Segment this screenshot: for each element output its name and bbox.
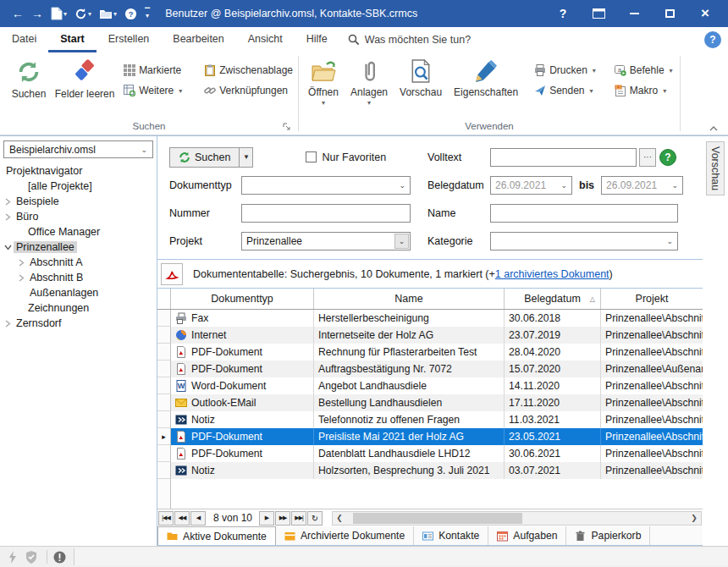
next-record-button[interactable]: ▶ (259, 511, 274, 526)
new-document-icon[interactable]: ▾ (47, 3, 70, 24)
table-row[interactable]: Outlook-EMail Bestellung Landhausdielen … (157, 394, 703, 411)
column-header-name[interactable]: Name (314, 289, 505, 309)
felder-leeren-button[interactable]: Felder leeren (51, 58, 119, 102)
vorschau-button[interactable]: Vorschau (394, 58, 448, 100)
pin-window-icon[interactable] (581, 2, 616, 25)
archived-documents-link[interactable]: 1 archiviertes Dokument (495, 268, 609, 280)
anlagen-dropdown-icon[interactable]: ▾ (367, 99, 371, 107)
more-options-button[interactable]: ··· (639, 148, 656, 167)
suchen-dropdown-icon[interactable]: ▼ (239, 148, 252, 167)
tree-item-abschnitt-a[interactable]: Abschnitt A (0, 255, 157, 270)
tab-datei[interactable]: Datei (0, 27, 48, 52)
volltext-input[interactable] (490, 148, 637, 167)
befehle-button[interactable]: a Befehle ▾ (615, 64, 673, 76)
table-row[interactable]: PDF-Dokument Auftragsbestätigung Nr. 707… (157, 361, 703, 377)
column-header-belegdatum[interactable]: Belegdatum△ (505, 289, 601, 309)
tree-item-beispiele[interactable]: Beispiele (0, 194, 157, 209)
maximize-icon[interactable] (652, 2, 687, 25)
weitere-button[interactable]: Weitere ▾ (124, 85, 182, 96)
next-page-button[interactable]: ▶▶ (275, 511, 290, 526)
chevron-right-icon[interactable] (2, 320, 14, 328)
tree-item-office-manager[interactable]: Office Manager (0, 224, 157, 239)
table-row[interactable]: WWord-Dokument Angebot Landhausdiele 14.… (157, 377, 703, 394)
minimize-icon[interactable] (616, 2, 652, 25)
chevron-right-icon[interactable] (2, 198, 14, 206)
suchen-search-button[interactable]: Suchen ▼ (169, 147, 253, 168)
open-icon[interactable]: ▾ (96, 3, 120, 24)
scrollbar-thumb[interactable] (353, 513, 522, 524)
nummer-input[interactable] (241, 204, 411, 223)
prior-record-button[interactable]: ◀ (190, 511, 206, 526)
makro-dropdown-icon[interactable]: ▾ (663, 87, 666, 95)
befehle-dropdown-icon[interactable]: ▾ (670, 67, 673, 74)
tab-archivierte-dokumente[interactable]: Archivierte Dokumente (276, 526, 414, 545)
collapse-ribbon-icon[interactable] (709, 125, 718, 131)
dialog-launcher-icon[interactable] (283, 123, 293, 133)
belegdatum-bis-select[interactable]: 26.09.2021⌄ (601, 176, 683, 195)
tab-aktive-dokumente[interactable]: Aktive Dokumente (157, 526, 276, 545)
horizontal-scrollbar[interactable]: ❮ ❯ (332, 511, 702, 526)
belegdatum-von-select[interactable]: 26.09.2021⌄ (490, 176, 572, 195)
first-record-button[interactable]: |◀◀ (158, 511, 174, 526)
tab-start[interactable]: Start (48, 27, 96, 52)
fulltext-help-button[interactable]: ? (659, 149, 676, 166)
refresh-icon[interactable]: ▾ (71, 3, 95, 24)
tree-item-aussenanlagen[interactable]: Außenanlagen (0, 285, 157, 300)
table-row[interactable]: Fax Herstellerbescheinigung 30.06.2018 P… (157, 310, 703, 327)
tell-me-search[interactable]: Was möchten Sie tun? (348, 27, 471, 52)
last-record-button[interactable]: ▶▶| (291, 511, 306, 526)
close-icon[interactable]: × (687, 2, 723, 25)
tree-item-alle-projekte[interactable]: [alle Projekte] (0, 179, 157, 194)
nur-favoriten-checkbox[interactable]: Nur Favoriten (306, 151, 386, 163)
chevron-right-icon[interactable] (2, 213, 14, 221)
back-icon[interactable]: ← (8, 3, 27, 24)
suchen-button[interactable]: Suchen (7, 58, 51, 102)
open-dropdown-icon[interactable]: ▾ (113, 10, 117, 18)
table-row[interactable]: Internet Internetseite der Holz AG 23.07… (157, 327, 703, 344)
tree-item-prinzenallee[interactable]: Prinzenallee (0, 239, 157, 255)
chevron-right-icon[interactable] (15, 259, 27, 267)
ribbon-help-icon[interactable]: ? (704, 31, 721, 48)
weitere-dropdown-icon[interactable]: ▾ (179, 87, 182, 95)
tree-item-abschnitt-b[interactable]: Abschnitt B (0, 270, 157, 285)
refresh-dropdown-icon[interactable]: ▾ (88, 10, 91, 18)
table-row[interactable]: PDF-Dokument Rechnung für Pflasterarbeit… (157, 344, 703, 361)
tab-kontakte[interactable]: Kontakte (414, 526, 488, 545)
column-header-dokumenttyp[interactable]: Dokumenttyp (171, 289, 314, 309)
senden-dropdown-icon[interactable]: ▾ (590, 87, 593, 95)
column-header-projekt[interactable]: Projekt (601, 289, 703, 309)
tab-aufgaben[interactable]: Aufgaben (488, 526, 566, 545)
table-row[interactable]: PDF-Dokument Datenblatt Landhausdiele LH… (157, 445, 703, 462)
chevron-down-icon[interactable] (2, 245, 14, 250)
markierte-button[interactable]: Markierte (124, 64, 182, 76)
tab-vorschau[interactable]: Vorschau (706, 141, 725, 195)
tab-ansicht[interactable]: Ansicht (236, 27, 295, 52)
eigenschaften-button[interactable]: Eigenschaften (448, 58, 524, 100)
tab-papierkorb[interactable]: Papierkorb (566, 526, 650, 545)
oeffnen-button[interactable]: Öffnen ▾ (302, 58, 345, 108)
tab-hilfe[interactable]: Hilfe (295, 27, 339, 52)
name-input[interactable] (490, 204, 678, 223)
scroll-left-icon[interactable]: ❮ (333, 514, 346, 522)
prior-page-button[interactable]: ◀◀ (174, 511, 190, 526)
refresh-records-button[interactable]: ↻ (307, 511, 323, 526)
alert-icon[interactable] (52, 549, 67, 564)
tree-item-zeichnungen[interactable]: Zeichnungen (0, 300, 157, 316)
chevron-down-icon[interactable]: ⌄ (394, 234, 409, 249)
forward-icon[interactable]: → (28, 3, 47, 24)
makro-button[interactable]: {..} Makro ▾ (615, 85, 673, 96)
scroll-right-icon[interactable]: ❯ (687, 514, 701, 522)
anlagen-button[interactable]: Anlagen ▾ (345, 58, 394, 108)
zwischenablage-button[interactable]: Zwischenablage (204, 64, 293, 76)
new-document-dropdown-icon[interactable]: ▾ (63, 10, 67, 18)
customize-qat-icon[interactable]: ▔▾ (141, 3, 153, 24)
help-icon[interactable]: ? (121, 3, 141, 24)
kategorie-select[interactable]: ⌄ (490, 232, 678, 250)
drucken-button[interactable]: Drucken ▾ (534, 64, 596, 76)
verknuepfungen-button[interactable]: Verknüpfungen (204, 85, 293, 96)
projekt-select[interactable]: Prinzenallee⌄ (241, 232, 411, 250)
table-row[interactable]: Notiz Telefonnotiz zu offenen Fragen 11.… (157, 411, 703, 428)
table-row-selected[interactable]: ▸ PDF-Dokument Preisliste Mai 2021 der H… (157, 428, 703, 445)
oeffnen-dropdown-icon[interactable]: ▾ (322, 99, 325, 107)
tree-item-zernsdorf[interactable]: Zernsdorf (0, 316, 157, 331)
